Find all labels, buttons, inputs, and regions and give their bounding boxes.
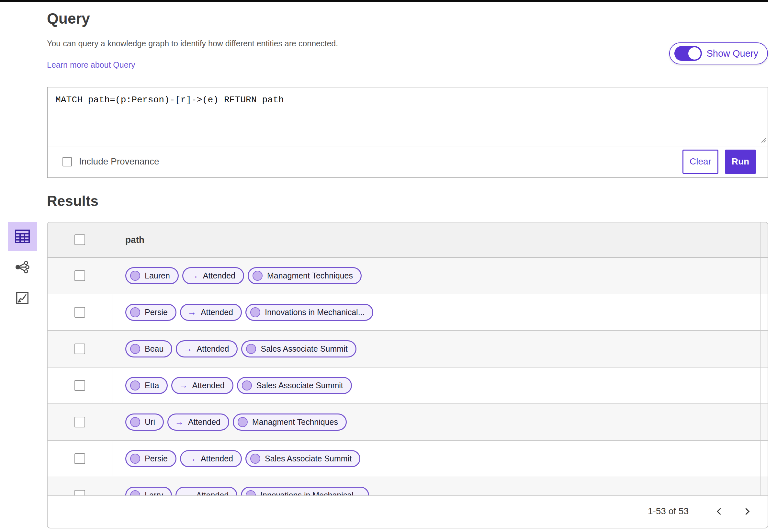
node-circle-icon (130, 307, 140, 317)
row-select-cell (47, 331, 112, 367)
edge-pill[interactable]: →Attended (182, 267, 244, 284)
clear-button[interactable]: Clear (682, 149, 718, 174)
node-pill[interactable]: Persie (125, 304, 177, 321)
query-input[interactable]: MATCH path=(p:Person)-[r]->(e) RETURN pa… (47, 87, 768, 146)
node-circle-icon (250, 454, 260, 464)
include-provenance-label: Include Provenance (79, 156, 159, 167)
edge-pill[interactable]: →Attended (168, 414, 229, 431)
table-view-button[interactable] (8, 222, 37, 251)
chart-view-button[interactable] (8, 283, 37, 312)
node-circle-icon (246, 344, 256, 354)
table-icon (15, 229, 30, 243)
pagination-bar: 1-53 of 53 (47, 496, 768, 527)
row-checkbox[interactable] (75, 271, 85, 281)
window-top-edge (0, 0, 768, 2)
row-select-cell (47, 477, 112, 496)
row-checkbox[interactable] (75, 307, 85, 318)
edge-label: Attended (196, 491, 229, 496)
show-query-toggle[interactable]: Show Query (669, 42, 768, 65)
row-spacer-cell (761, 367, 768, 404)
table-header-row: path (47, 222, 768, 258)
row-select-cell (47, 404, 112, 440)
node-pill[interactable]: Uri (125, 414, 164, 431)
row-checkbox[interactable] (75, 380, 85, 391)
row-checkbox[interactable] (75, 417, 85, 427)
node-pill[interactable]: Innovations in Mechanical... (241, 487, 369, 496)
arrow-right-icon: → (175, 418, 184, 426)
row-path-cell: Persie →Attended Innovations in Mechanic… (112, 294, 761, 330)
table-row: Etta →Attended Sales Associate Summit (47, 367, 768, 404)
node-circle-icon (130, 344, 140, 354)
edge-pill[interactable]: →Attended (180, 450, 242, 467)
resize-handle-icon[interactable] (761, 137, 766, 144)
arrow-right-icon: → (183, 344, 192, 353)
row-path-cell: Persie →Attended Sales Associate Summit (112, 441, 761, 476)
edge-label: Attended (192, 381, 224, 390)
arrow-right-icon: → (188, 308, 196, 317)
node-pill[interactable]: Managment Techniques (248, 267, 362, 284)
table-row: Uri →Attended Managment Techniques (47, 404, 768, 441)
edge-pill[interactable]: →Attended (176, 340, 238, 357)
node-label: Innovations in Mechanical... (260, 491, 360, 496)
query-editor-card: MATCH path=(p:Person)-[r]->(e) RETURN pa… (47, 87, 768, 178)
node-label: Beau (145, 344, 163, 353)
arrow-right-icon: → (190, 271, 199, 280)
node-label: Innovations in Mechanical... (265, 308, 365, 317)
node-pill[interactable]: Larry (125, 487, 172, 496)
query-footer: Include Provenance Clear Run (47, 146, 768, 177)
row-checkbox[interactable] (75, 453, 85, 464)
node-label: Sales Associate Summit (265, 454, 352, 463)
node-label: Lauren (145, 271, 170, 281)
row-spacer-cell (761, 258, 768, 294)
graph-view-button[interactable] (8, 252, 37, 282)
select-all-checkbox[interactable] (75, 234, 85, 245)
results-view-switcher (8, 222, 37, 312)
previous-page-button[interactable] (712, 504, 726, 518)
row-path-cell: Etta →Attended Sales Associate Summit (112, 367, 761, 404)
edge-label: Attended (201, 308, 233, 317)
learn-more-link[interactable]: Learn more about Query (47, 60, 135, 70)
node-circle-icon (130, 417, 140, 427)
node-label: Etta (145, 381, 159, 390)
node-pill[interactable]: Lauren (125, 267, 179, 284)
node-pill[interactable]: Beau (125, 340, 172, 357)
toggle-on-icon[interactable] (674, 46, 702, 61)
row-checkbox[interactable] (75, 343, 85, 354)
header-select-cell (47, 222, 112, 257)
run-button[interactable]: Run (725, 149, 756, 174)
node-label: Sales Associate Summit (261, 344, 347, 353)
node-label: Persie (145, 454, 168, 463)
node-circle-icon (252, 271, 262, 281)
node-pill[interactable]: Persie (125, 450, 177, 467)
row-checkbox[interactable] (75, 490, 85, 496)
table-row: Larry →Attended Innovations in Mechanica… (47, 477, 768, 496)
page-description: You can query a knowledge graph to ident… (47, 39, 338, 48)
results-table-card: path Lauren →Attended Managment Techniqu… (47, 222, 768, 528)
row-select-cell (47, 367, 112, 404)
node-label: Managment Techniques (252, 417, 338, 427)
include-provenance-checkbox[interactable] (63, 157, 72, 167)
row-path-cell: Beau →Attended Sales Associate Summit (112, 331, 761, 367)
node-pill[interactable]: Sales Associate Summit (237, 377, 352, 394)
edge-pill[interactable]: →Attended (176, 487, 237, 496)
node-circle-icon (130, 271, 140, 281)
pagination-range-label: 1-53 of 53 (648, 506, 689, 517)
edge-label: Attended (203, 271, 235, 281)
node-label: Managment Techniques (267, 271, 353, 281)
node-pill[interactable]: Managment Techniques (233, 414, 347, 431)
column-header-path: path (125, 235, 144, 245)
edge-pill[interactable]: →Attended (180, 304, 242, 321)
node-pill[interactable]: Innovations in Mechanical... (245, 304, 373, 321)
table-row: Persie →Attended Innovations in Mechanic… (47, 294, 768, 331)
row-path-cell: Uri →Attended Managment Techniques (112, 404, 761, 440)
node-pill[interactable]: Sales Associate Summit (245, 450, 360, 467)
node-pill[interactable]: Etta (125, 377, 168, 394)
results-title: Results (47, 193, 98, 209)
table-row: Beau →Attended Sales Associate Summit (47, 331, 768, 367)
node-pill[interactable]: Sales Associate Summit (241, 340, 356, 357)
edge-pill[interactable]: →Attended (171, 377, 233, 394)
next-page-button[interactable] (740, 504, 754, 518)
row-spacer-cell (761, 477, 768, 496)
row-select-cell (47, 294, 112, 330)
arrow-right-icon: → (179, 381, 188, 390)
